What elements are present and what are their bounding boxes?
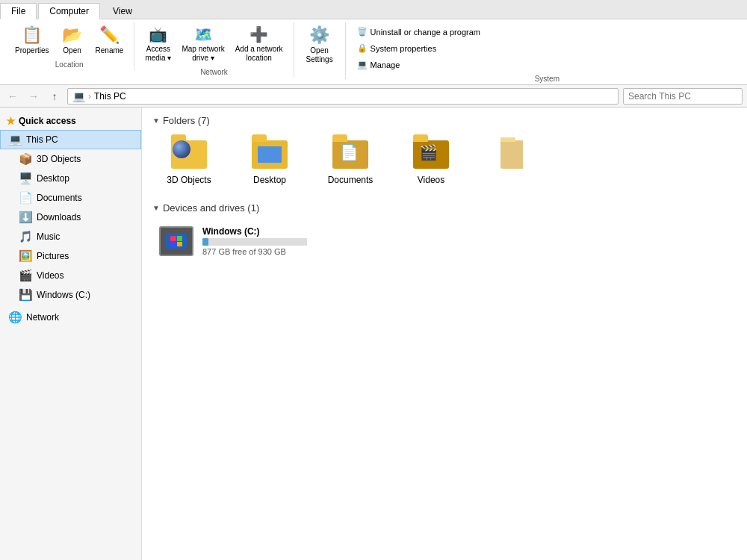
sidebar: ★ Quick access 💻 This PC 📦3D Objects🖥️De… xyxy=(0,108,142,560)
sidebar-item-windows-c[interactable]: 💾Windows (C:) xyxy=(0,285,141,305)
tab-file[interactable]: File xyxy=(0,3,37,19)
downloads-label: Downloads xyxy=(37,212,81,223)
map-network-drive-button[interactable]: 🗺️ Map networkdrive ▾ xyxy=(177,22,229,66)
content-area: ▼ Folders (7) 3D Objects Desktop xyxy=(142,108,747,560)
forward-button[interactable]: → xyxy=(25,88,42,105)
folder-desktop-label: Desktop xyxy=(253,175,286,185)
access-media-button[interactable]: 📺 Accessmedia ▾ xyxy=(140,22,176,66)
folder-desktop[interactable]: Desktop xyxy=(236,134,303,189)
sidebar-item-network[interactable]: 🌐 Network xyxy=(0,308,141,327)
uninstall-button[interactable]: 🗑️ Uninstall or change a program xyxy=(352,24,486,40)
folder-3d-objects[interactable]: 3D Objects xyxy=(155,134,223,189)
videos-folder-icon: 🎬 xyxy=(419,143,438,161)
system-properties-icon: 🔒 xyxy=(357,43,368,53)
rename-icon: ✏️ xyxy=(99,25,120,45)
sidebar-item-desktop[interactable]: 🖥️Desktop xyxy=(0,169,141,188)
tab-view[interactable]: View xyxy=(102,2,143,19)
rename-button[interactable]: ✏️ Rename xyxy=(91,22,128,58)
access-media-icon: 📺 xyxy=(149,25,167,43)
drive-windows-c[interactable]: Windows (C:) 877 GB free of 930 GB xyxy=(152,221,362,261)
sidebar-item-documents[interactable]: 📄Documents xyxy=(0,188,141,208)
location-group-label: Location xyxy=(10,58,128,70)
this-pc-icon: 💻 xyxy=(8,133,22,146)
folder-documents[interactable]: 📄 Documents xyxy=(317,134,384,189)
network-label: Network xyxy=(26,312,59,323)
network-icon: 🌐 xyxy=(8,311,22,324)
path-separator: › xyxy=(88,91,91,102)
videos-label: Videos xyxy=(37,270,63,281)
network-group-label: Network xyxy=(140,66,287,78)
properties-button[interactable]: 📋 Properties xyxy=(10,22,54,58)
up-button[interactable]: ↑ xyxy=(46,88,63,105)
search-input[interactable] xyxy=(623,88,743,105)
drives-list: Windows (C:) 877 GB free of 930 GB xyxy=(152,221,737,261)
sidebar-item-pictures[interactable]: 🖼️Pictures xyxy=(0,246,141,266)
address-path[interactable]: 💻 › This PC xyxy=(67,88,619,105)
music-icon: 🎵 xyxy=(19,230,33,243)
system-group-label: System xyxy=(352,72,737,84)
drive-info: Windows (C:) 877 GB free of 930 GB xyxy=(202,226,307,256)
sidebar-item-downloads[interactable]: ⬇️Downloads xyxy=(0,208,141,227)
open-icon: 📂 xyxy=(62,25,82,45)
ribbon-group-network: 📺 Accessmedia ▾ 🗺️ Map networkdrive ▾ ➕ … xyxy=(134,22,294,78)
folder-videos-label: Videos xyxy=(418,175,444,185)
sidebar-quick-access[interactable]: ★ Quick access xyxy=(0,112,141,130)
sidebar-item-3d-objects[interactable]: 📦3D Objects xyxy=(0,149,141,169)
3d-objects-label: 3D Objects xyxy=(37,154,81,164)
sidebar-item-this-pc[interactable]: 💻 This PC xyxy=(0,130,141,149)
ribbon-group-open-settings: ⚙️ OpenSettings _ xyxy=(294,22,346,79)
desktop-label: Desktop xyxy=(37,173,69,184)
downloads-icon: ⬇️ xyxy=(19,211,33,224)
folders-grid: 3D Objects Desktop 📄 Documents xyxy=(155,134,737,189)
music-label: Music xyxy=(37,231,60,242)
sidebar-item-videos[interactable]: 🎬Videos xyxy=(0,266,141,285)
map-network-drive-icon: 🗺️ xyxy=(194,25,213,43)
back-button[interactable]: ← xyxy=(4,88,21,105)
drive-space: 877 GB free of 930 GB xyxy=(202,247,307,256)
folders-chevron-icon: ▼ xyxy=(152,116,160,125)
drive-bar xyxy=(202,238,307,246)
tab-computer[interactable]: Computer xyxy=(38,3,100,19)
windows-c-icon: 💾 xyxy=(19,288,33,302)
addressbar: ← → ↑ 💻 › This PC xyxy=(0,85,747,108)
sidebar-item-music[interactable]: 🎵Music xyxy=(0,227,141,246)
3d-objects-icon: 📦 xyxy=(19,152,33,166)
drive-name: Windows (C:) xyxy=(202,226,307,237)
pictures-label: Pictures xyxy=(37,251,69,261)
folder-documents-label: Documents xyxy=(328,175,374,185)
properties-icon: 📋 xyxy=(22,25,42,45)
open-settings-button[interactable]: ⚙️ OpenSettings xyxy=(300,22,339,67)
system-properties-button[interactable]: 🔒 System properties xyxy=(352,40,486,56)
ribbon-tabs: File Computer View xyxy=(0,0,747,19)
drive-icon-container xyxy=(159,226,193,256)
add-network-location-button[interactable]: ➕ Add a networklocation xyxy=(231,22,288,66)
quick-access-label: Quick access xyxy=(19,116,76,126)
pictures-icon: 🖼️ xyxy=(19,249,33,263)
add-network-location-icon: ➕ xyxy=(249,25,268,43)
main-layout: ★ Quick access 💻 This PC 📦3D Objects🖥️De… xyxy=(0,108,747,560)
drives-chevron-icon: ▼ xyxy=(152,204,160,212)
drives-section-label: Devices and drives (1) xyxy=(163,202,259,214)
this-pc-label: This PC xyxy=(26,134,58,145)
open-button[interactable]: 📂 Open xyxy=(55,22,90,58)
path-computer-icon: 💻 xyxy=(72,90,85,102)
ribbon: 📋 Properties 📂 Open ✏️ Rename Location 📺 xyxy=(0,19,747,85)
documents-folder-icon: 📄 xyxy=(340,143,359,161)
folder-3d-objects-label: 3D Objects xyxy=(167,175,211,185)
documents-icon: 📄 xyxy=(19,191,33,205)
documents-label: Documents xyxy=(37,193,82,203)
manage-button[interactable]: 💻 Manage xyxy=(352,57,486,72)
path-text: This PC xyxy=(94,91,126,102)
ribbon-group-system: 🗑️ Uninstall or change a program 🔒 Syste… xyxy=(346,22,743,84)
settings-icon: ⚙️ xyxy=(309,25,329,45)
drive-bar-fill xyxy=(202,238,208,246)
folder-videos[interactable]: 🎬 Videos xyxy=(397,134,465,189)
videos-icon: 🎬 xyxy=(19,269,33,282)
windows-logo xyxy=(170,236,182,246)
uninstall-icon: 🗑️ xyxy=(357,27,368,37)
folder-partial[interactable] xyxy=(478,134,545,189)
folders-section-label: Folders (7) xyxy=(163,115,210,126)
drives-section-header[interactable]: ▼ Devices and drives (1) xyxy=(152,202,737,214)
windows-logo-container xyxy=(166,234,187,249)
folders-section-header[interactable]: ▼ Folders (7) xyxy=(152,115,737,126)
